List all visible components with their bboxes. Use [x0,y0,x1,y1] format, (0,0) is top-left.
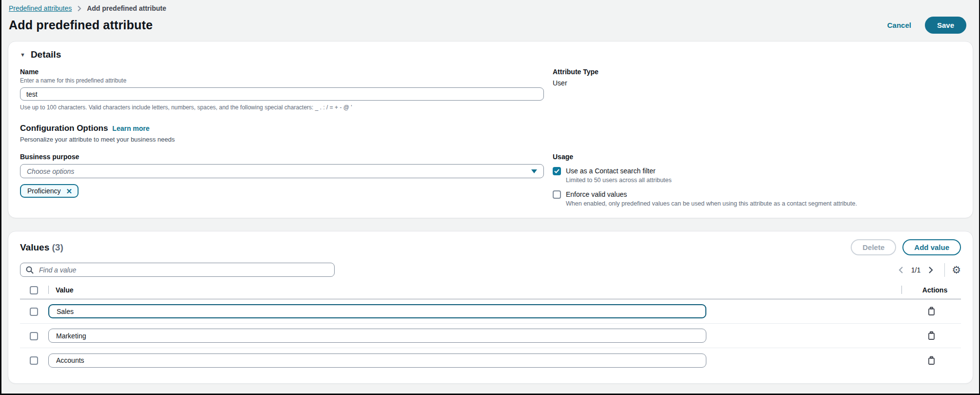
row-checkbox[interactable] [30,332,38,340]
details-section-title: Details [31,49,61,60]
configuration-options-description: Personalize your attribute to meet your … [20,136,544,143]
select-all-checkbox[interactable] [30,286,38,294]
name-input[interactable] [20,87,544,101]
values-header: Values (3) Delete Add value [20,239,961,255]
cancel-button[interactable]: Cancel [887,21,911,29]
value-column-header: Value [48,286,901,294]
usage-option-description: Limited to 50 users across all attribute… [566,177,672,184]
trash-icon [927,356,936,365]
gear-icon[interactable]: ⚙ [952,265,961,275]
checkbox-contact-search-filter[interactable] [553,167,561,175]
usage-option-label: Enforce valid values [566,190,627,198]
page-indicator: 1/1 [911,266,920,274]
actions-cell [901,355,961,366]
row-select-cell [20,307,48,316]
column-divider [901,286,902,294]
value-cell [48,353,901,368]
usage-option-label: Use as a Contact search filter [566,167,656,175]
next-page-button[interactable] [925,264,937,276]
page-footer: Share feedback about this page [8,384,973,395]
breadcrumb: Predefined attributes Add predefined att… [8,4,973,12]
usage-option-enforce-valid-values[interactable]: Enforce valid values When enabled, only … [553,190,961,207]
learn-more-link[interactable]: Learn more [112,125,149,132]
values-toolbar: 1/1 ⚙ [20,263,961,277]
attribute-type-label: Attribute Type [553,68,961,76]
proficiency-token: Proficiency ✕ [20,184,79,198]
toolbar-divider [944,263,945,277]
row-select-cell [20,356,48,365]
actions-column-label: Actions [922,286,947,294]
value-input[interactable] [48,329,706,343]
delete-row-button[interactable] [926,355,937,366]
value-input[interactable] [48,353,706,368]
chevron-right-icon [77,5,81,12]
trash-icon [927,331,936,340]
details-panel: ▼ Details Name Enter a name for this pre… [8,41,973,218]
values-actions: Delete Add value [851,239,961,255]
configuration-options-title: Configuration Options [20,124,108,133]
value-cell [48,329,901,343]
actions-column-header: Actions [901,286,961,294]
token-label: Proficiency [27,187,60,195]
value-cell [48,304,901,318]
value-search-box[interactable] [20,263,335,277]
business-purpose-group: Business purpose Choose options Proficie… [20,153,544,207]
details-section-header[interactable]: ▼ Details [20,49,961,60]
attribute-type-value: User [553,79,961,87]
configuration-options-group: Configuration Options Learn more Persona… [20,111,544,143]
configuration-options-header: Configuration Options Learn more [20,124,544,133]
row-select-cell [20,332,48,340]
name-description: Enter a name for this predefined attribu… [20,77,544,84]
usage-option-contact-search-filter[interactable]: Use as a Contact search filter Limited t… [553,166,961,184]
dropdown-caret-icon [531,169,537,173]
values-table-header: Value Actions [20,281,961,299]
delete-button[interactable]: Delete [851,239,896,255]
name-label: Name [20,68,544,76]
search-icon [26,266,34,274]
app-window: Predefined attributes Add predefined att… [0,0,980,395]
previous-page-button[interactable] [895,264,906,276]
trash-icon [927,307,936,316]
value-search-input[interactable] [38,266,329,274]
values-title-text: Values [20,242,49,252]
values-panel: Values (3) Delete Add value [8,231,973,384]
add-value-button[interactable]: Add value [902,239,961,255]
save-button[interactable]: Save [925,17,966,34]
table-row [20,348,961,373]
value-input[interactable] [48,304,706,318]
token-dismiss-icon[interactable]: ✕ [66,187,72,195]
business-purpose-select[interactable]: Choose options [20,164,544,178]
name-constraint-text: Use up to 100 characters. Valid characte… [20,104,544,111]
table-row [20,299,961,324]
usage-group: Usage Use as a Contact search filter Lim… [553,153,961,207]
row-checkbox[interactable] [30,308,38,316]
caret-down-icon[interactable]: ▼ [20,52,25,58]
business-purpose-placeholder: Choose options [27,167,74,175]
page-title: Add predefined attribute [9,18,153,32]
actions-cell [901,330,961,341]
usage-label: Usage [553,153,961,161]
value-column-label: Value [56,286,74,294]
breadcrumb-link-predefined-attributes[interactable]: Predefined attributes [9,4,72,12]
share-feedback-link[interactable]: Share feedback about this page [860,393,966,395]
table-row [20,324,961,348]
name-field-group: Name Enter a name for this predefined at… [20,68,544,111]
delete-row-button[interactable] [926,306,937,317]
checkbox-enforce-valid-values[interactable] [553,190,561,199]
usage-option-description: When enabled, only predefined values can… [566,200,857,207]
page-content: Predefined attributes Add predefined att… [1,0,979,395]
details-grid: Name Enter a name for this predefined at… [20,68,961,207]
values-count: (3) [52,242,63,252]
breadcrumb-current: Add predefined attribute [87,4,166,12]
attribute-type-group: Attribute Type User [553,68,961,111]
values-title: Values (3) [20,242,63,253]
actions-cell [901,306,961,317]
header-actions: Cancel Save [887,17,973,34]
business-purpose-label: Business purpose [20,153,544,161]
page-header: Add predefined attribute Cancel Save [8,17,973,34]
delete-row-button[interactable] [926,330,937,341]
select-all-cell [20,286,48,294]
pagination: 1/1 ⚙ [895,263,961,277]
column-divider [48,286,49,294]
row-checkbox[interactable] [30,356,38,365]
